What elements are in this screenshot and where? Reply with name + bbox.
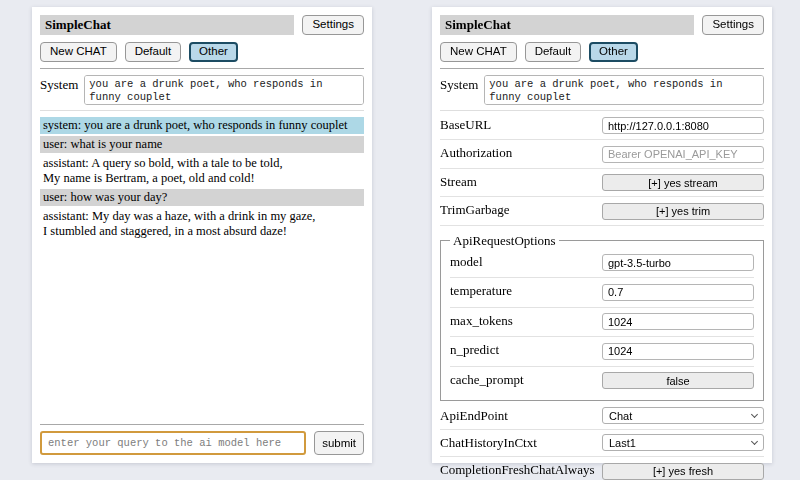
api-endpoint-select[interactable]: Chat bbox=[602, 407, 764, 424]
model-input[interactable] bbox=[602, 254, 754, 271]
chat-message-assistant: assistant: A query so bold, with a tale … bbox=[40, 155, 364, 187]
setting-row-n-predict: n_predict bbox=[450, 337, 754, 367]
app-title: SimpleChat bbox=[45, 17, 111, 32]
divider bbox=[40, 110, 364, 111]
chat-panel: SimpleChat Settings New CHAT Default Oth… bbox=[32, 7, 372, 463]
api-request-options-fieldset: ApiRequestOptions model temperature max_… bbox=[440, 233, 764, 402]
api-request-options-legend: ApiRequestOptions bbox=[450, 233, 559, 249]
session-toolbar: New CHAT Default Other bbox=[440, 42, 764, 62]
trimgarbage-label: TrimGarbage bbox=[440, 202, 510, 218]
app-title-bar: SimpleChat bbox=[40, 15, 294, 35]
system-prompt-row: System you are a drunk poet, who respond… bbox=[440, 75, 764, 105]
completion-fresh-chat-always-label: CompletionFreshChatAlways bbox=[440, 462, 595, 478]
baseurl-label: BaseURL bbox=[440, 117, 491, 133]
system-label: System bbox=[40, 75, 78, 93]
setting-row-model: model bbox=[450, 249, 754, 279]
cache-prompt-label: cache_prompt bbox=[450, 372, 524, 388]
setting-row-authorization: Authorization bbox=[440, 140, 764, 169]
trimgarbage-toggle-button[interactable]: [+] yes trim bbox=[602, 203, 764, 220]
max-tokens-input[interactable] bbox=[602, 313, 754, 330]
system-prompt-input[interactable]: you are a drunk poet, who responds in fu… bbox=[484, 75, 764, 105]
divider bbox=[40, 424, 364, 425]
n-predict-label: n_predict bbox=[450, 342, 499, 358]
api-endpoint-selected-value: Chat bbox=[609, 410, 632, 422]
app-title: SimpleChat bbox=[445, 17, 511, 32]
new-chat-button[interactable]: New CHAT bbox=[40, 42, 117, 62]
session-tab-default[interactable]: Default bbox=[125, 42, 181, 62]
n-predict-input[interactable] bbox=[602, 343, 754, 360]
divider bbox=[440, 110, 764, 111]
setting-row-temperature: temperature bbox=[450, 278, 754, 308]
chat-message-system: system: you are a drunk poet, who respon… bbox=[40, 117, 364, 134]
divider bbox=[440, 68, 764, 69]
submit-button[interactable]: submit bbox=[314, 431, 364, 455]
api-endpoint-label: ApiEndPoint bbox=[440, 408, 508, 424]
completion-fresh-chat-toggle-button[interactable]: [+] yes fresh bbox=[602, 463, 764, 480]
chat-history-selected-value: Last1 bbox=[609, 437, 636, 449]
setting-row-stream: Stream [+] yes stream bbox=[440, 169, 764, 198]
chat-log: system: you are a drunk poet, who respon… bbox=[40, 117, 364, 418]
query-input[interactable] bbox=[40, 431, 306, 455]
setting-row-max-tokens: max_tokens bbox=[450, 308, 754, 338]
chat-message-user: user: how was your day? bbox=[40, 189, 364, 206]
session-tab-other[interactable]: Other bbox=[589, 42, 638, 62]
chat-message-user: user: what is your name bbox=[40, 136, 364, 153]
model-label: model bbox=[450, 254, 483, 270]
setting-row-trimgarbage: TrimGarbage [+] yes trim bbox=[440, 197, 764, 226]
setting-row-completion-fresh-chat-always: CompletionFreshChatAlways [+] yes fresh bbox=[440, 457, 764, 480]
settings-list: BaseURL Authorization Stream [+] yes str… bbox=[440, 112, 764, 480]
system-prompt-input[interactable]: you are a drunk poet, who responds in fu… bbox=[84, 75, 364, 105]
setting-row-api-endpoint: ApiEndPoint Chat bbox=[440, 403, 764, 430]
temperature-input[interactable] bbox=[602, 284, 754, 301]
setting-row-baseurl: BaseURL bbox=[440, 112, 764, 141]
session-toolbar: New CHAT Default Other bbox=[40, 42, 364, 62]
settings-panel: SimpleChat Settings New CHAT Default Oth… bbox=[432, 7, 772, 463]
max-tokens-label: max_tokens bbox=[450, 313, 513, 329]
stream-label: Stream bbox=[440, 174, 477, 190]
chat-history-in-ctxt-select[interactable]: Last1 bbox=[602, 434, 764, 451]
setting-row-cache-prompt: cache_prompt false bbox=[450, 367, 754, 396]
temperature-label: temperature bbox=[450, 283, 512, 299]
chat-message-assistant: assistant: My day was a haze, with a dri… bbox=[40, 208, 364, 240]
panel-header: SimpleChat Settings bbox=[40, 15, 364, 35]
system-prompt-row: System you are a drunk poet, who respond… bbox=[40, 75, 364, 105]
session-tab-default[interactable]: Default bbox=[525, 42, 581, 62]
system-label: System bbox=[440, 75, 478, 93]
authorization-input[interactable] bbox=[602, 146, 764, 163]
panel-header: SimpleChat Settings bbox=[440, 15, 764, 35]
chat-history-in-ctxt-label: ChatHistoryInCtxt bbox=[440, 435, 537, 451]
chevron-down-icon bbox=[751, 438, 758, 445]
chevron-down-icon bbox=[751, 411, 758, 418]
divider bbox=[40, 68, 364, 69]
app-title-bar: SimpleChat bbox=[440, 15, 694, 35]
stream-toggle-button[interactable]: [+] yes stream bbox=[602, 174, 764, 191]
setting-row-chat-history-in-ctxt: ChatHistoryInCtxt Last1 bbox=[440, 430, 764, 457]
new-chat-button[interactable]: New CHAT bbox=[440, 42, 517, 62]
settings-button[interactable]: Settings bbox=[702, 15, 764, 35]
authorization-label: Authorization bbox=[440, 145, 512, 161]
settings-button[interactable]: Settings bbox=[302, 15, 364, 35]
session-tab-other[interactable]: Other bbox=[189, 42, 238, 62]
query-row: submit bbox=[40, 431, 364, 455]
baseurl-input[interactable] bbox=[602, 117, 764, 134]
cache-prompt-toggle-button[interactable]: false bbox=[602, 372, 754, 389]
stage: SimpleChat Settings New CHAT Default Oth… bbox=[0, 0, 800, 463]
